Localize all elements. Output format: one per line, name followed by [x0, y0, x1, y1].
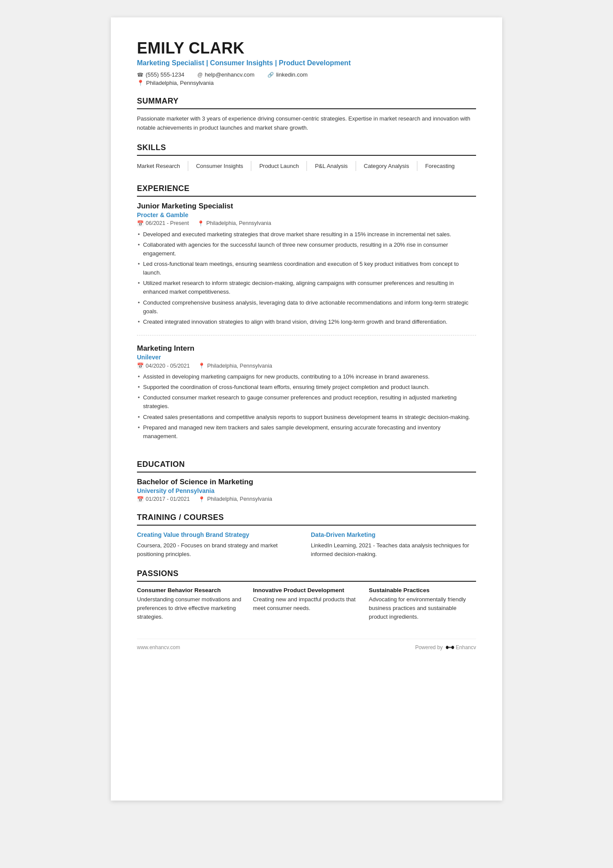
location-icon: 📍 — [197, 220, 204, 227]
footer-website: www.enhancv.com — [137, 644, 180, 650]
job-title: Junior Marketing Specialist — [137, 202, 476, 211]
experience-block: Junior Marketing SpecialistProcter & Gam… — [137, 202, 476, 335]
job-location: 📍 Philadelphia, Pennsylvania — [198, 362, 272, 369]
summary-section: SUMMARY Passionate marketer with 3 years… — [137, 97, 476, 133]
edu-location: 📍 Philadelphia, Pennsylvania — [198, 496, 272, 503]
header: EMILY CLARK Marketing Specialist | Consu… — [137, 39, 476, 86]
candidate-title: Marketing Specialist | Consumer Insights… — [137, 59, 476, 67]
passion-title: Sustainable Practices — [369, 587, 476, 593]
calendar-icon: 📅 — [137, 496, 144, 503]
job-date: 📅 06/2021 - Present — [137, 220, 189, 227]
footer: www.enhancv.com Powered by Enhancv — [137, 639, 476, 650]
email-icon: @ — [197, 72, 203, 78]
job-meta: 📅 04/2020 - 05/2021 📍 Philadelphia, Penn… — [137, 362, 476, 369]
passions-section: PASSIONS Consumer Behavior Research Unde… — [137, 569, 476, 621]
training-item-text: LinkedIn Learning, 2021 - Teaches data a… — [311, 541, 476, 559]
training-item: Creating Value through Brand Strategy Co… — [137, 531, 302, 559]
passion-title: Innovative Product Development — [253, 587, 360, 593]
education-block: Bachelor of Science in Marketing Univers… — [137, 478, 476, 503]
list-item: Led cross-functional team meetings, ensu… — [137, 260, 476, 277]
skill-tag: Market Research — [137, 161, 188, 171]
passion-title: Consumer Behavior Research — [137, 587, 244, 593]
training-item-title: Creating Value through Brand Strategy — [137, 531, 302, 540]
skills-section: SKILLS Market ResearchConsumer InsightsP… — [137, 143, 476, 174]
training-title: TRAINING / COURSES — [137, 513, 476, 526]
experience-container: Junior Marketing SpecialistProcter & Gam… — [137, 202, 476, 449]
company-name: Unilever — [137, 354, 476, 361]
passion-text: Understanding consumer motivations and p… — [137, 595, 244, 621]
list-item: Developed and executed marketing strateg… — [137, 230, 476, 239]
edu-degree: Bachelor of Science in Marketing — [137, 478, 476, 486]
list-item: Assisted in developing marketing campaig… — [137, 372, 476, 381]
skills-title: SKILLS — [137, 143, 476, 156]
job-meta: 📅 06/2021 - Present 📍 Philadelphia, Penn… — [137, 220, 476, 227]
edu-date: 📅 01/2017 - 01/2021 — [137, 496, 190, 503]
location-icon: 📍 — [137, 80, 144, 86]
skill-tag: P&L Analysis — [315, 161, 356, 171]
company-name: Procter & Gamble — [137, 211, 476, 218]
experience-section: EXPERIENCE Junior Marketing SpecialistPr… — [137, 184, 476, 449]
location-icon: 📍 — [198, 496, 205, 503]
job-title: Marketing Intern — [137, 344, 476, 353]
calendar-icon: 📅 — [137, 362, 144, 369]
training-container: Creating Value through Brand Strategy Co… — [137, 531, 476, 559]
training-section: TRAINING / COURSES Creating Value throug… — [137, 513, 476, 559]
summary-text: Passionate marketer with 3 years of expe… — [137, 114, 476, 133]
training-item-text: Coursera, 2020 - Focuses on brand strate… — [137, 541, 302, 559]
job-date: 📅 04/2020 - 05/2021 — [137, 362, 190, 369]
list-item: Created sales presentations and competit… — [137, 413, 476, 422]
footer-brand: Powered by Enhancv — [415, 644, 476, 650]
contact-row: ☎ (555) 555-1234 @ help@enhancv.com 🔗 li… — [137, 71, 476, 78]
bullet-list: Developed and executed marketing strateg… — [137, 230, 476, 326]
calendar-icon: 📅 — [137, 220, 144, 227]
passion-item: Sustainable Practices Advocating for env… — [369, 587, 476, 621]
list-item: Collaborated with agencies for the succe… — [137, 241, 476, 258]
list-item: Conducted consumer market research to ga… — [137, 393, 476, 411]
skill-tag: Consumer Insights — [196, 161, 251, 171]
linkedin-item: 🔗 linkedin.com — [267, 71, 307, 78]
skills-row: Market ResearchConsumer InsightsProduct … — [137, 161, 476, 174]
skill-tag: Forecasting — [425, 161, 463, 171]
email-address: help@enhancv.com — [205, 71, 254, 78]
job-location: 📍 Philadelphia, Pennsylvania — [197, 220, 271, 227]
brand-name: Enhancv — [456, 644, 476, 650]
list-item: Utilized market research to inform strat… — [137, 279, 476, 296]
summary-title: SUMMARY — [137, 97, 476, 109]
bullet-list: Assisted in developing marketing campaig… — [137, 372, 476, 441]
edu-meta: 📅 01/2017 - 01/2021 📍 Philadelphia, Penn… — [137, 496, 476, 503]
experience-block: Marketing InternUnilever 📅 04/2020 - 05/… — [137, 344, 476, 449]
list-item: Supported the coordination of cross-func… — [137, 383, 476, 392]
linkedin-url: linkedin.com — [276, 71, 307, 78]
skill-tag: Category Analysis — [364, 161, 417, 171]
candidate-name: EMILY CLARK — [137, 39, 476, 57]
training-item: Data-Driven Marketing LinkedIn Learning,… — [311, 531, 476, 559]
list-item: Created integrated innovation strategies… — [137, 318, 476, 326]
resume-container: EMILY CLARK Marketing Specialist | Consu… — [111, 17, 502, 801]
phone-icon: ☎ — [137, 72, 143, 78]
enhancv-logo: Enhancv — [445, 644, 476, 650]
powered-by-text: Powered by — [415, 644, 443, 650]
location-text: Philadelphia, Pennsylvania — [146, 80, 213, 86]
link-icon: 🔗 — [267, 72, 274, 78]
passion-item: Innovative Product Development Creating … — [253, 587, 360, 621]
location-icon: 📍 — [198, 362, 205, 369]
training-item-title: Data-Driven Marketing — [311, 531, 476, 540]
phone-number: (555) 555-1234 — [146, 71, 184, 78]
email-item: @ help@enhancv.com — [197, 71, 254, 78]
education-container: Bachelor of Science in Marketing Univers… — [137, 478, 476, 503]
passions-title: PASSIONS — [137, 569, 476, 582]
passions-container: Consumer Behavior Research Understanding… — [137, 587, 476, 621]
skill-tag: Product Launch — [259, 161, 307, 171]
location-row: 📍 Philadelphia, Pennsylvania — [137, 80, 476, 86]
passion-text: Creating new and impactful products that… — [253, 595, 360, 613]
phone-item: ☎ (555) 555-1234 — [137, 71, 184, 78]
education-section: EDUCATION Bachelor of Science in Marketi… — [137, 460, 476, 503]
education-title: EDUCATION — [137, 460, 476, 473]
experience-title: EXPERIENCE — [137, 184, 476, 197]
list-item: Conducted comprehensive business analysi… — [137, 298, 476, 316]
passion-text: Advocating for environmentally friendly … — [369, 595, 476, 621]
logo-svg — [445, 644, 455, 650]
list-item: Prepared and managed new item trackers a… — [137, 423, 476, 441]
edu-school: University of Pennsylvania — [137, 487, 476, 494]
passion-item: Consumer Behavior Research Understanding… — [137, 587, 244, 621]
